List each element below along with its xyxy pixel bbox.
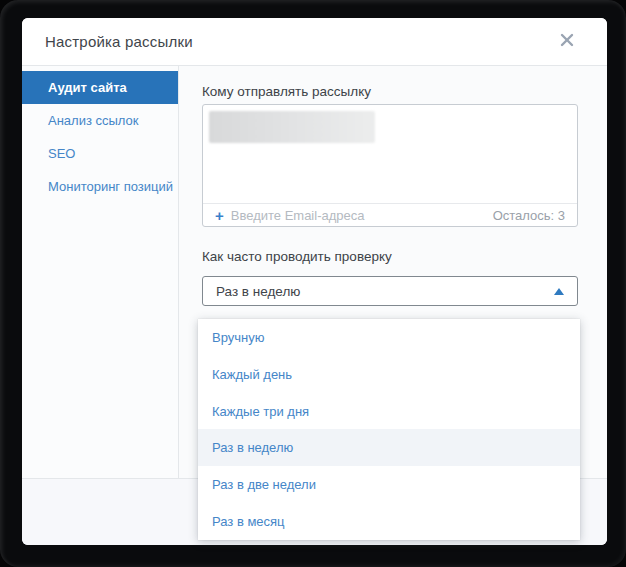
sidebar-item[interactable]: Мониторинг позиций xyxy=(22,170,178,203)
frequency-option-label: Каждый день xyxy=(212,367,292,382)
frequency-option[interactable]: Раз в две недели xyxy=(198,466,580,503)
close-button[interactable] xyxy=(557,32,577,52)
sidebar-item-label: Анализ ссылок xyxy=(48,113,139,128)
screenshot-frame: Настройка рассылки Аудит сайта Анализ сс… xyxy=(0,0,626,567)
sidebar-item[interactable]: Аудит сайта xyxy=(22,71,178,104)
plus-icon: + xyxy=(215,208,224,223)
modal-body: Аудит сайта Анализ ссылок SEO Мониторинг… xyxy=(22,66,607,478)
email-recipients-box: + Введите Email-адреса Осталось: 3 xyxy=(202,104,578,227)
frequency-option[interactable]: Раз в месяц xyxy=(198,503,580,540)
email-input-row: + Введите Email-адреса Осталось: 3 xyxy=(203,203,577,226)
sidebar-item-label: Мониторинг позиций xyxy=(48,179,173,194)
frequency-option[interactable]: Каждый день xyxy=(198,356,580,393)
email-input[interactable]: Введите Email-адреса xyxy=(231,208,365,223)
sidebar-item-label: Аудит сайта xyxy=(48,80,127,95)
close-icon xyxy=(560,33,574,51)
remaining-count: Осталось: 3 xyxy=(493,208,565,223)
frequency-selected-value: Раз в неделю xyxy=(216,284,300,299)
sidebar-item-label: SEO xyxy=(48,146,75,161)
frequency-option-label: Раз в две недели xyxy=(212,477,316,492)
frequency-option[interactable]: Вручную xyxy=(198,319,580,356)
redacted-email-chip xyxy=(209,111,375,143)
mailing-settings-modal: Настройка рассылки Аудит сайта Анализ сс… xyxy=(22,18,607,545)
frequency-option-label: Каждые три дня xyxy=(212,404,309,419)
email-chips-area[interactable] xyxy=(203,105,577,203)
modal-title: Настройка рассылки xyxy=(45,33,193,50)
recipients-label: Кому отправлять рассылку xyxy=(202,84,578,99)
chevron-up-icon xyxy=(554,288,564,295)
settings-content: Кому отправлять рассылку + Введите Email… xyxy=(179,66,607,478)
frequency-select[interactable]: Раз в неделю xyxy=(202,276,578,306)
frequency-label: Как часто проводить проверку xyxy=(202,249,578,264)
sidebar-item[interactable]: Анализ ссылок xyxy=(22,104,178,137)
frequency-dropdown-list: Вручную Каждый день Каждые три дня Раз в… xyxy=(198,319,580,540)
sidebar-item[interactable]: SEO xyxy=(22,137,178,170)
frequency-option-label: Раз в месяц xyxy=(212,514,285,529)
frequency-option-label: Раз в неделю xyxy=(212,440,293,455)
modal-header: Настройка рассылки xyxy=(22,18,607,66)
frequency-option[interactable]: Каждые три дня xyxy=(198,393,580,430)
frequency-option-label: Вручную xyxy=(212,330,264,345)
sidebar-nav: Аудит сайта Анализ ссылок SEO Мониторинг… xyxy=(22,66,179,478)
frequency-option[interactable]: Раз в неделю xyxy=(198,429,580,466)
